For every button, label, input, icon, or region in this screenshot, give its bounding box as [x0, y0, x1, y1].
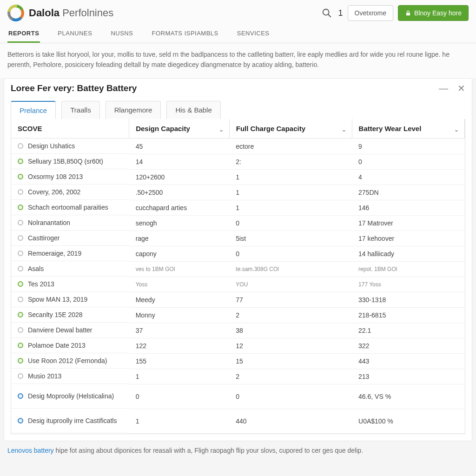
table-row[interactable]: Casttirogerrage5ist17 kehoover — [11, 231, 465, 246]
nav-item-senvices[interactable]: SENVICES — [236, 25, 271, 43]
status-bullet-icon — [18, 189, 23, 195]
row-label: Selluary 15B,850Q (sr60t) — [28, 158, 103, 165]
tab-prelance[interactable]: Prelance — [11, 101, 56, 119]
primary-button-label: Blnoy Easy hore — [414, 9, 462, 17]
table-row[interactable]: Covery, 206, 2002.50+25001275DN — [11, 185, 465, 200]
col-full[interactable]: Full Charge Capacity⌄ — [229, 119, 352, 139]
cell: 1 — [229, 169, 352, 185]
panel-header: Loree Fer very: Battey Battery — ✕ — [4, 79, 472, 97]
cell: 46.6, VS % — [352, 384, 464, 409]
primary-button[interactable]: Blnoy Easy hore — [398, 5, 469, 21]
cell: 4 — [352, 169, 464, 185]
status-bullet-icon — [18, 312, 23, 317]
col-scove[interactable]: SCOVE — [11, 119, 129, 139]
close-icon[interactable]: ✕ — [457, 84, 465, 93]
nav-item-planunes[interactable]: PLANUNES — [57, 25, 93, 43]
row-label: Remoeraige, 2019 — [28, 250, 81, 257]
navbar: REPORTS PLANUNES NUSNS FORMATS ISPIAMBLS… — [0, 23, 476, 43]
table-row[interactable]: Oxsormy 108 2013120+260014 — [11, 169, 465, 185]
cell: Meedy — [129, 292, 230, 307]
status-bullet-icon — [18, 418, 23, 423]
cell: 14 — [129, 154, 230, 169]
nav-item-reports[interactable]: REPORTS — [7, 25, 40, 43]
table-row[interactable]: Spow MAN 13, 2019Meedy77330-1318 — [11, 292, 465, 307]
row-label: Nolranantation — [28, 219, 70, 226]
footer-text: hipe fot asing about diponices for reasa… — [54, 447, 363, 454]
cell: te.sam.308G COl — [229, 261, 352, 277]
table-row[interactable]: Design Ushatics45ectore9 — [11, 139, 465, 154]
row-label: Use Roon 2012 (Fernonda) — [28, 357, 107, 364]
col-design[interactable]: Design Capacity⌄ — [129, 119, 230, 139]
cell: 77 — [229, 292, 352, 307]
minimize-icon[interactable]: — — [439, 84, 448, 93]
cell: 17 kehoover — [352, 231, 464, 246]
brand-logo — [7, 5, 24, 21]
cell: 218-6815 — [352, 307, 464, 323]
table-row[interactable]: Tes 2013YossYOU177 Yoss — [11, 277, 465, 292]
cell: 9 — [352, 139, 464, 154]
cell: capony — [129, 246, 230, 261]
status-bullet-icon — [18, 174, 23, 179]
cell: 0 — [229, 246, 352, 261]
cell: 1 — [129, 409, 230, 433]
data-table: SCOVE Design Capacity⌄ Full Charge Capac… — [11, 119, 465, 434]
topbar: Dalola Perfolnines 1 Ovetxrome Blnoy Eas… — [0, 0, 476, 23]
status-bullet-icon — [18, 205, 23, 210]
cell: 155 — [129, 353, 230, 369]
chevron-down-icon: ⌄ — [454, 126, 459, 133]
tab-rlangemore[interactable]: Rlangemore — [106, 101, 161, 119]
tab-traalls[interactable]: Traalls — [61, 101, 99, 119]
cell: senogh — [129, 215, 230, 231]
table-row[interactable]: Danviere Dewal batter373822.1 — [11, 323, 465, 338]
table-row[interactable]: Desig ituproolly irre Castificatls1440U0… — [11, 409, 465, 433]
footer-link[interactable]: Lenovos battery — [7, 447, 54, 454]
cell: 146 — [352, 200, 464, 215]
table-row[interactable]: Schach eortoomall paraitiescucchapard ar… — [11, 200, 465, 215]
table-row[interactable]: Musio 201312213 — [11, 369, 465, 384]
row-label: Asals — [28, 265, 44, 272]
table-row[interactable]: Selluary 15B,850Q (sr60t)142:0 — [11, 154, 465, 169]
search-count: 1 — [338, 8, 343, 18]
search-icon[interactable] — [322, 8, 332, 18]
tab-his-bable[interactable]: His & Bable — [166, 101, 220, 119]
cell: 14 halliicady — [352, 246, 464, 261]
cell: U0A$100 % — [352, 409, 464, 433]
cell: 0 — [229, 215, 352, 231]
table-row[interactable]: Desig Moprooliy (Helsticalina)0046.6, VS… — [11, 384, 465, 409]
row-label: Desig Moprooliy (Helsticalina) — [28, 392, 114, 400]
tabbar: Prelance Traalls Rlangemore His & Bable — [4, 97, 472, 119]
cell: YOU — [229, 277, 352, 292]
cell: 275DN — [352, 185, 464, 200]
status-bullet-icon — [18, 373, 23, 379]
data-table-wrapper: SCOVE Design Capacity⌄ Full Charge Capac… — [11, 119, 465, 434]
nav-item-nusns[interactable]: NUSNS — [110, 25, 134, 43]
brand-title: Dalola Perfolnines — [29, 7, 113, 19]
col-wear[interactable]: Battery Wear Level⌄ — [352, 119, 464, 139]
cell: 330-1318 — [352, 292, 464, 307]
row-label: Desig ituproolly irre Castificatls — [28, 417, 117, 424]
status-bullet-icon — [18, 327, 23, 333]
row-label: Design Ushatics — [28, 142, 75, 150]
cell: Yoss — [129, 277, 230, 292]
cell: 2: — [229, 154, 352, 169]
page-description: Betterors is take llist horyool, lor you… — [0, 43, 476, 78]
status-bullet-icon — [18, 281, 23, 287]
table-row[interactable]: Secanlty 15E 2028Monny2218-6815 — [11, 307, 465, 323]
status-bullet-icon — [18, 266, 23, 271]
table-row[interactable]: Asalsves to 1BM GOlte.sam.308G COlrepot.… — [11, 261, 465, 277]
cell: 17 Matrover — [352, 215, 464, 231]
table-row[interactable]: Use Roon 2012 (Fernonda)15515443 — [11, 353, 465, 369]
table-row[interactable]: Nolranantationsenogh017 Matrover — [11, 215, 465, 231]
table-row[interactable]: Polamoe Date 201312212322 — [11, 338, 465, 353]
cell: 1 — [129, 369, 230, 384]
status-bullet-icon — [18, 235, 23, 241]
cell: 440 — [229, 409, 352, 433]
secondary-button[interactable]: Ovetxrome — [348, 5, 393, 21]
row-label: Oxsormy 108 2013 — [28, 173, 83, 180]
panel-title: Loree Fer very: Battey Battery — [11, 83, 137, 93]
nav-item-formats[interactable]: FORMATS ISPIAMBLS — [151, 25, 219, 43]
cell: Monny — [129, 307, 230, 323]
cell: repot. 1BM GOl — [352, 261, 464, 277]
cell: 443 — [352, 353, 464, 369]
table-row[interactable]: Remoeraige, 2019capony014 halliicady — [11, 246, 465, 261]
